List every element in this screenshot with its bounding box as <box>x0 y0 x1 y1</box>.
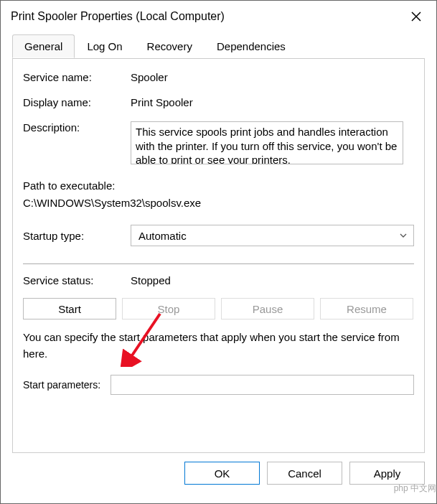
start-button[interactable]: Start <box>23 298 116 319</box>
close-icon <box>411 11 421 22</box>
description-label: Description: <box>23 121 131 134</box>
start-params-label: Start parameters: <box>23 379 100 391</box>
display-name-label: Display name: <box>23 96 131 108</box>
close-button[interactable] <box>406 6 426 27</box>
ok-button[interactable]: OK <box>184 462 260 485</box>
service-status-value: Stopped <box>131 274 171 286</box>
service-name-label: Service name: <box>23 71 131 83</box>
window-title: Print Spooler Properties (Local Computer… <box>11 10 225 23</box>
description-box[interactable]: This service spools print jobs and handl… <box>131 121 403 164</box>
apply-button[interactable]: Apply <box>349 462 425 485</box>
start-params-note: You can specify the start parameters tha… <box>23 330 414 362</box>
startup-type-label: Startup type: <box>23 230 131 242</box>
startup-type-select[interactable]: Automatic <box>131 225 414 246</box>
path-label: Path to executable: <box>23 177 414 195</box>
path-value: C:\WINDOWS\System32\spoolsv.exe <box>23 195 414 212</box>
tabstrip: General Log On Recovery Dependencies <box>12 34 425 59</box>
watermark: php 中文网 <box>394 482 436 495</box>
service-status-label: Service status: <box>23 274 131 286</box>
tab-logon[interactable]: Log On <box>75 34 134 58</box>
titlebar: Print Spooler Properties (Local Computer… <box>1 1 436 34</box>
general-panel: Service name: Spooler Display name: Prin… <box>12 58 425 453</box>
start-params-input[interactable] <box>111 375 414 395</box>
service-name-value: Spooler <box>131 71 168 83</box>
divider <box>23 263 414 264</box>
pause-button: Pause <box>221 298 314 319</box>
service-action-buttons: Start Stop Pause Resume <box>23 298 414 319</box>
stop-button: Stop <box>122 298 215 319</box>
chevron-down-icon <box>399 231 408 240</box>
tab-general[interactable]: General <box>12 34 75 58</box>
display-name-value: Print Spooler <box>131 96 193 108</box>
tab-dependencies[interactable]: Dependencies <box>205 34 298 58</box>
dialog-buttons: OK Cancel Apply php 中文网 <box>1 462 436 493</box>
cancel-button[interactable]: Cancel <box>267 462 342 485</box>
startup-type-value: Automatic <box>138 230 187 242</box>
tab-recovery[interactable]: Recovery <box>135 34 205 58</box>
resume-button: Resume <box>320 298 413 319</box>
